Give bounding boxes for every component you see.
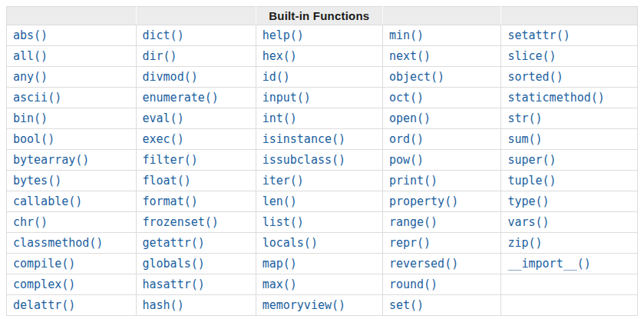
builtin-function-link[interactable]: float() (143, 174, 191, 188)
header-cell-empty (7, 7, 137, 25)
builtin-function-link[interactable]: all() (13, 49, 48, 63)
builtin-function-link[interactable]: map() (263, 257, 297, 271)
builtin-function-link[interactable]: frozenset() (143, 215, 219, 229)
builtin-function-link[interactable]: filter() (143, 153, 198, 167)
builtin-function-link[interactable]: range() (389, 215, 438, 229)
table-row: any()divmod()id()object()sorted() (7, 67, 638, 88)
builtin-function-link[interactable]: compile() (13, 257, 75, 271)
table-cell: repr() (382, 233, 501, 254)
builtin-function-link[interactable]: callable() (13, 194, 82, 208)
builtin-function-link[interactable]: str() (507, 111, 542, 125)
builtin-function-link[interactable]: pow() (389, 153, 424, 167)
table-row: abs()dict()help()min()setattr() (7, 25, 638, 46)
builtin-function-link[interactable]: bool() (13, 132, 54, 146)
table-cell: sum() (501, 129, 638, 150)
builtin-functions-table: Built-in Functions abs()dict()help()min(… (6, 6, 638, 316)
builtin-function-link[interactable]: getattr() (143, 236, 205, 250)
builtin-function-link[interactable]: input() (263, 91, 311, 105)
table-row: compile()globals()map()reversed()__impor… (7, 254, 638, 274)
table-row: delattr()hash()memoryview()set() (7, 295, 638, 316)
builtin-function-link[interactable]: globals() (143, 257, 205, 271)
builtin-function-link[interactable]: hex() (263, 49, 297, 63)
builtin-function-link[interactable]: sorted() (507, 70, 563, 84)
builtin-function-link[interactable]: reversed() (389, 257, 458, 271)
table-cell: input() (256, 88, 382, 108)
builtin-function-link[interactable]: open() (389, 111, 431, 125)
builtin-function-link[interactable]: bytearray() (13, 153, 89, 167)
builtin-function-link[interactable]: chr() (13, 215, 48, 229)
builtin-function-link[interactable]: hash() (143, 298, 184, 312)
builtin-function-link[interactable]: round() (389, 277, 438, 291)
table-cell: filter() (136, 150, 256, 171)
header-cell-empty (136, 7, 256, 25)
table-cell: oct() (382, 88, 501, 108)
builtin-function-link[interactable]: locals() (263, 236, 318, 250)
table-cell: id() (256, 67, 382, 88)
builtin-function-link[interactable]: object() (389, 70, 444, 84)
builtin-function-link[interactable]: __import__() (507, 257, 590, 271)
builtin-function-link[interactable]: sum() (507, 132, 542, 146)
table-cell: range() (382, 212, 501, 233)
builtin-function-link[interactable]: bytes() (13, 174, 61, 188)
builtin-function-link[interactable]: bin() (13, 111, 48, 125)
table-cell: hash() (136, 295, 256, 316)
builtin-function-link[interactable]: complex() (13, 277, 75, 291)
table-cell: open() (382, 108, 501, 129)
builtin-function-link[interactable]: zip() (507, 236, 542, 250)
builtin-function-link[interactable]: hasattr() (143, 277, 205, 291)
table-row: classmethod()getattr()locals()repr()zip(… (7, 233, 638, 254)
builtin-function-link[interactable]: ord() (389, 132, 424, 146)
builtin-function-link[interactable]: int() (263, 111, 297, 125)
builtin-function-link[interactable]: dir() (143, 49, 177, 63)
builtin-function-link[interactable]: enumerate() (143, 91, 219, 105)
builtin-function-link[interactable]: iter() (263, 174, 304, 188)
table-cell: list() (256, 212, 382, 233)
builtin-function-link[interactable]: type() (507, 194, 549, 208)
builtin-function-link[interactable]: slice() (507, 49, 556, 63)
builtin-function-link[interactable]: print() (389, 174, 438, 188)
header-cell-empty (382, 7, 501, 25)
table-cell: float() (136, 171, 256, 191)
builtin-function-link[interactable]: classmethod() (13, 236, 103, 250)
table-cell: super() (501, 150, 638, 171)
table-cell: compile() (7, 254, 137, 274)
table-row: complex()hasattr()max()round() (7, 274, 638, 295)
builtin-function-link[interactable]: tuple() (507, 174, 556, 188)
builtin-function-link[interactable]: len() (263, 194, 297, 208)
table-cell: property() (382, 191, 501, 212)
table-cell: frozenset() (136, 212, 256, 233)
table-cell: locals() (256, 233, 382, 254)
builtin-function-link[interactable]: exec() (143, 132, 184, 146)
builtin-function-link[interactable]: oct() (389, 91, 424, 105)
builtin-function-link[interactable]: repr() (389, 236, 431, 250)
table-cell: getattr() (136, 233, 256, 254)
table-cell: format() (136, 191, 256, 212)
builtin-function-link[interactable]: memoryview() (263, 298, 345, 312)
builtin-function-link[interactable]: max() (263, 277, 297, 291)
builtin-function-link[interactable]: min() (389, 28, 424, 42)
builtin-function-link[interactable]: super() (507, 153, 556, 167)
builtin-function-link[interactable]: abs() (13, 28, 48, 42)
builtin-function-link[interactable]: vars() (507, 215, 549, 229)
builtin-function-link[interactable]: setattr() (507, 28, 570, 42)
table-cell: exec() (136, 129, 256, 150)
builtin-function-link[interactable]: next() (389, 49, 431, 63)
builtin-function-link[interactable]: eval() (143, 111, 184, 125)
builtin-function-link[interactable]: help() (263, 28, 304, 42)
builtin-function-link[interactable]: list() (263, 215, 304, 229)
table-cell: complex() (7, 274, 137, 295)
table-cell: slice() (501, 46, 638, 67)
builtin-function-link[interactable]: format() (143, 194, 198, 208)
builtin-function-link[interactable]: set() (389, 298, 424, 312)
builtin-function-link[interactable]: isinstance() (263, 132, 345, 146)
builtin-function-link[interactable]: dict() (143, 28, 184, 42)
builtin-function-link[interactable]: ascii() (13, 91, 61, 105)
builtin-function-link[interactable]: any() (13, 70, 48, 84)
builtin-function-link[interactable]: property() (389, 194, 458, 208)
builtin-function-link[interactable]: id() (263, 70, 290, 84)
builtin-function-link[interactable]: delattr() (13, 298, 75, 312)
table-cell: chr() (7, 212, 137, 233)
builtin-function-link[interactable]: issubclass() (263, 153, 345, 167)
builtin-function-link[interactable]: divmod() (143, 70, 198, 84)
builtin-function-link[interactable]: staticmethod() (507, 91, 604, 105)
